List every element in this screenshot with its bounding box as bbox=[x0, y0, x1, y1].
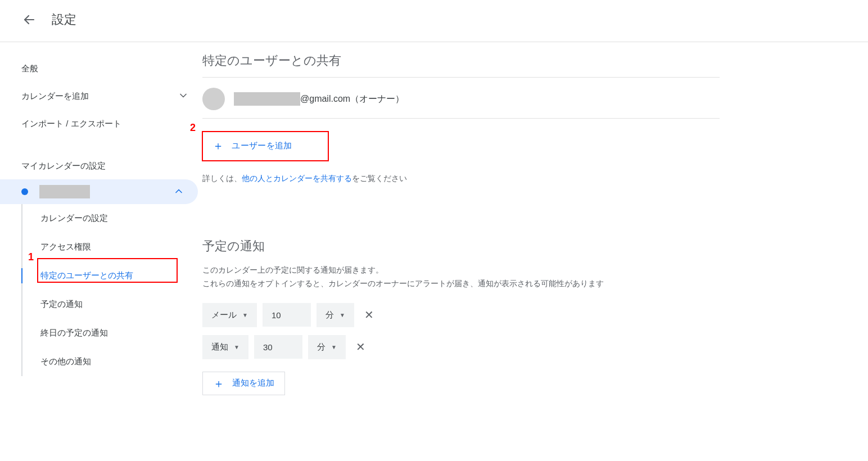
back-arrow-icon[interactable] bbox=[22, 13, 36, 26]
sidebar-sub-access[interactable]: アクセス権限 bbox=[22, 233, 202, 261]
sidebar-item-label: 予定の通知 bbox=[40, 299, 83, 309]
sidebar-item-label: 終日の予定の通知 bbox=[40, 328, 108, 337]
sidebar-item-general[interactable]: 全般 bbox=[0, 56, 202, 82]
notif-value-input[interactable]: 10 bbox=[263, 303, 311, 327]
help-text: 詳しくは、他の人とカレンダーを共有するをご覧ください bbox=[202, 174, 720, 184]
sidebar-item-label: カレンダーの設定 bbox=[40, 213, 108, 223]
add-user-button[interactable]: ＋ ユーザーを追加 bbox=[202, 134, 302, 157]
plus-icon: ＋ bbox=[213, 378, 224, 389]
notif-unit-select[interactable]: 分 ▼ bbox=[308, 335, 346, 359]
section-title-share: 特定のユーザーとの共有 bbox=[202, 52, 720, 78]
add-user-label: ユーザーを追加 bbox=[232, 141, 292, 151]
caret-down-icon: ▼ bbox=[234, 344, 239, 350]
section-title-notif: 予定の通知 bbox=[202, 238, 720, 258]
notif-unit-label: 分 bbox=[317, 342, 326, 352]
help-link[interactable]: 他の人とカレンダーを共有する bbox=[242, 174, 352, 183]
plus-icon: ＋ bbox=[213, 140, 224, 151]
section-notifications: 予定の通知 このカレンダー上の予定に関する通知が届きます。 これらの通知をオプト… bbox=[202, 238, 720, 395]
notif-type-select[interactable]: メール ▼ bbox=[202, 303, 257, 327]
chevron-down-icon bbox=[178, 90, 189, 103]
calendar-color-dot-icon bbox=[21, 188, 28, 195]
shared-user-row: @gmail.com（オーナー） bbox=[202, 78, 720, 119]
remove-notif-button[interactable]: ✕ bbox=[360, 308, 378, 322]
sidebar-item-label: カレンダーを追加 bbox=[21, 91, 89, 102]
body: 全般 カレンダーを追加 インポート / エクスポート マイカレンダーの設定 カレ… bbox=[0, 42, 868, 418]
notif-type-label: 通知 bbox=[211, 342, 228, 352]
annotation-label-1: 1 bbox=[28, 251, 34, 263]
sidebar-sub-other-notif[interactable]: その他の通知 bbox=[22, 347, 202, 376]
notif-unit-select[interactable]: 分 ▼ bbox=[317, 303, 354, 327]
sidebar-item-label: 全般 bbox=[21, 64, 38, 74]
notif-value: 30 bbox=[263, 342, 273, 352]
main-content: 特定のユーザーとの共有 @gmail.com（オーナー） ＋ ユーザーを追加 2… bbox=[202, 42, 868, 418]
sidebar-item-add-calendar[interactable]: カレンダーを追加 bbox=[0, 82, 202, 111]
help-prefix: 詳しくは、 bbox=[202, 174, 242, 183]
caret-down-icon: ▼ bbox=[242, 312, 248, 318]
sidebar-item-import-export[interactable]: インポート / エクスポート bbox=[0, 111, 202, 137]
calendar-name-redacted bbox=[39, 185, 90, 198]
email-redacted bbox=[234, 92, 300, 106]
section-share: 特定のユーザーとの共有 @gmail.com（オーナー） ＋ ユーザーを追加 2… bbox=[202, 52, 720, 184]
sidebar-sub-allday-notif[interactable]: 終日の予定の通知 bbox=[22, 319, 202, 347]
notification-row: メール ▼ 10 分 ▼ ✕ bbox=[202, 303, 720, 327]
chevron-up-icon bbox=[173, 186, 184, 198]
sidebar-sub-calendar-settings[interactable]: カレンダーの設定 bbox=[22, 204, 202, 233]
sidebar-item-label: その他の通知 bbox=[40, 356, 91, 366]
close-icon: ✕ bbox=[356, 341, 365, 353]
notif-value: 10 bbox=[272, 310, 281, 320]
notif-value-input[interactable]: 30 bbox=[254, 335, 302, 359]
email-suffix: @gmail.com（オーナー） bbox=[300, 93, 404, 105]
notif-description: このカレンダー上の予定に関する通知が届きます。 これらの通知をオプトインすると、… bbox=[202, 264, 720, 291]
notif-type-label: メール bbox=[211, 310, 237, 320]
sidebar-item-label: 特定のユーザーとの共有 bbox=[40, 270, 133, 280]
add-notif-label: 通知を追加 bbox=[232, 378, 274, 388]
close-icon: ✕ bbox=[364, 309, 374, 321]
add-user-wrap: ＋ ユーザーを追加 2 bbox=[202, 134, 720, 157]
page-title: 設定 bbox=[52, 11, 76, 28]
caret-down-icon: ▼ bbox=[331, 344, 337, 350]
notif-desc-line1: このカレンダー上の予定に関する通知が届きます。 bbox=[202, 265, 383, 274]
sidebar: 全般 カレンダーを追加 インポート / エクスポート マイカレンダーの設定 カレ… bbox=[0, 42, 202, 418]
sidebar-section-my-calendars: マイカレンダーの設定 bbox=[0, 153, 202, 179]
annotation-label-2: 2 bbox=[190, 122, 196, 134]
notification-row: 通知 ▼ 30 分 ▼ ✕ bbox=[202, 335, 720, 359]
sidebar-calendar-item[interactable] bbox=[0, 179, 198, 204]
help-suffix: をご覧ください bbox=[352, 174, 407, 183]
sidebar-subnav: カレンダーの設定 アクセス権限 特定のユーザーとの共有 1 予定の通知 終日の予… bbox=[21, 204, 202, 376]
sidebar-item-label: アクセス権限 bbox=[40, 242, 91, 251]
notif-type-select[interactable]: 通知 ▼ bbox=[202, 335, 248, 359]
avatar bbox=[202, 88, 225, 110]
sidebar-item-label: インポート / エクスポート bbox=[21, 119, 121, 129]
notif-unit-label: 分 bbox=[326, 310, 334, 320]
remove-notif-button[interactable]: ✕ bbox=[351, 340, 370, 354]
sidebar-sub-event-notif[interactable]: 予定の通知 bbox=[22, 290, 202, 319]
notif-desc-line2: これらの通知をオプトインすると、カレンダーのオーナーにアラートが届き、通知が表示… bbox=[202, 279, 604, 288]
sidebar-sub-share-specific[interactable]: 特定のユーザーとの共有 1 bbox=[22, 261, 202, 290]
add-notification-button[interactable]: ＋ 通知を追加 bbox=[202, 372, 285, 395]
header: 設定 bbox=[0, 0, 868, 42]
caret-down-icon: ▼ bbox=[340, 312, 345, 318]
